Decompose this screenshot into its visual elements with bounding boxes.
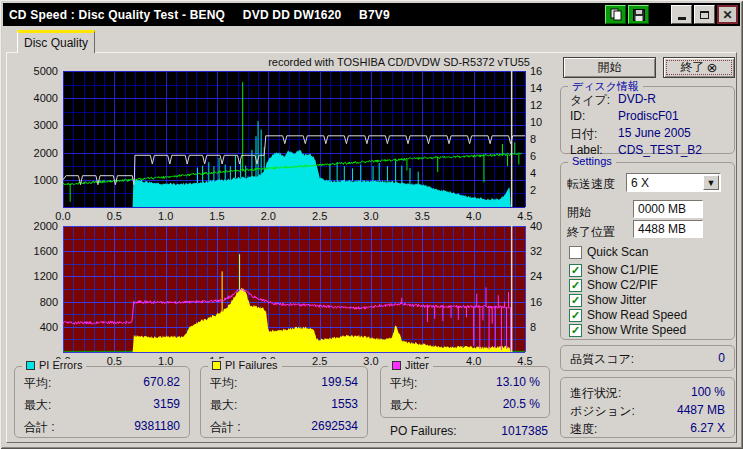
checkbox-show-jitter[interactable]: ✓Show Jitter [569, 293, 646, 307]
checkbox-box[interactable]: ✓ [569, 324, 582, 337]
checkbox-show-read-speed[interactable]: ✓Show Read Speed [569, 308, 687, 322]
checkbox-show-write-speed[interactable]: ✓Show Write Speed [569, 323, 686, 337]
start-position-input[interactable]: 0000 MB [633, 200, 703, 218]
stat-value: 199.54 [321, 375, 358, 389]
speed-label: 転送速度 [567, 176, 615, 193]
svg-text:3.0: 3.0 [363, 210, 378, 222]
svg-text:2000: 2000 [34, 147, 58, 159]
svg-text:1.5: 1.5 [209, 210, 224, 222]
maximize-button[interactable] [694, 5, 715, 24]
svg-text:4: 4 [530, 167, 536, 179]
svg-text:400: 400 [40, 321, 58, 333]
start-position-label: 開始 [567, 204, 591, 221]
pi-failures-swatch [212, 361, 221, 370]
quality-charts: 0.00.51.01.52.02.53.03.54.04.51000200030… [8, 55, 553, 370]
disc-date-value: 15 June 2005 [618, 126, 691, 140]
quality-score-value: 0 [718, 351, 725, 365]
chart-note: recorded with TOSHIBA CD/DVDW SD-R5372 v… [180, 56, 530, 68]
quality-score-label: 品質スコア: [570, 351, 634, 368]
svg-text:12: 12 [530, 99, 542, 111]
svg-text:4000: 4000 [34, 92, 58, 104]
tab-disc-quality[interactable]: Disc Quality [17, 30, 95, 53]
svg-text:8: 8 [530, 321, 536, 333]
close-icon: ✕ [722, 9, 732, 21]
po-failures-value: 1017385 [501, 424, 548, 438]
speed-select[interactable]: 6 X ▼ [626, 173, 721, 192]
stat-label: 平均: [210, 375, 237, 392]
copy-icon [610, 8, 622, 21]
stat-label: 合計 : [210, 419, 241, 436]
position-value: 4487 MB [677, 403, 725, 417]
svg-text:16: 16 [530, 296, 542, 308]
svg-text:24: 24 [530, 270, 542, 282]
stat-value: 13.10 % [496, 375, 540, 389]
groupbox-quality-score: 品質スコア:0 [560, 345, 735, 371]
svg-text:32: 32 [530, 245, 542, 257]
po-failures-label: PO Failures: [390, 424, 457, 438]
jitter-swatch [392, 361, 401, 370]
svg-text:5000: 5000 [34, 65, 58, 77]
svg-text:0.5: 0.5 [107, 210, 122, 222]
svg-text:16: 16 [530, 65, 542, 77]
groupbox-pi-errors: PI Errors 平均:670.82 最大:3159 合計 :9381180 [14, 366, 190, 438]
svg-text:14: 14 [530, 82, 542, 94]
window-title: CD Speed : Disc Quality Test - BENQ DVD … [3, 8, 390, 22]
stat-value: 3159 [153, 397, 180, 411]
groupbox-pi-failures: PI Failures 平均:199.54 最大:1553 合計 :269253… [200, 366, 368, 438]
disc-id-value: ProdiscF01 [618, 109, 679, 123]
speed-value: 6.27 X [690, 421, 725, 435]
minimize-icon [678, 17, 686, 20]
stat-label: 最大: [210, 397, 237, 414]
svg-text:10: 10 [530, 116, 542, 128]
svg-text:2000: 2000 [34, 220, 58, 232]
exit-button[interactable]: 終了⊗ [663, 57, 735, 78]
stat-value: 670.82 [143, 375, 180, 389]
app-window: CD Speed : Disc Quality Test - BENQ DVD … [0, 0, 743, 449]
save-button[interactable] [628, 5, 649, 24]
svg-text:1200: 1200 [34, 270, 58, 282]
checkbox-box[interactable]: ✓ [569, 294, 582, 307]
svg-text:40: 40 [530, 220, 542, 232]
checkbox-box[interactable] [569, 246, 582, 259]
copy-button[interactable] [605, 5, 626, 24]
minimize-button[interactable] [671, 5, 692, 24]
checkbox-box[interactable]: ✓ [569, 279, 582, 292]
checkbox-show-c1-pie[interactable]: ✓Show C1/PIE [569, 263, 658, 277]
stat-value: 1553 [331, 397, 358, 411]
stat-label: 平均: [24, 375, 51, 392]
svg-text:3.0: 3.0 [363, 355, 378, 367]
stat-label: 最大: [24, 397, 51, 414]
progress-value: 100 % [691, 385, 725, 399]
checkbox-show-c2-pif[interactable]: ✓Show C2/PIF [569, 278, 658, 292]
stat-value: 2692534 [311, 419, 358, 433]
svg-text:4.0: 4.0 [466, 210, 481, 222]
svg-text:3.5: 3.5 [415, 210, 430, 222]
checkbox-quick-scan[interactable]: Quick Scan [569, 245, 648, 259]
maximize-icon [700, 11, 709, 19]
chevron-down-icon[interactable]: ▼ [703, 175, 719, 190]
po-failures-row: PO Failures: 1017385 [390, 424, 548, 440]
svg-text:2: 2 [530, 184, 536, 196]
svg-text:1600: 1600 [34, 245, 58, 257]
save-icon [633, 9, 645, 21]
checkbox-box[interactable]: ✓ [569, 264, 582, 277]
groupbox-settings: Settings 転送速度 6 X ▼ 開始 0000 MB 終了位置 4488… [560, 162, 735, 340]
start-button[interactable]: 開始 [563, 57, 656, 78]
stat-label: 平均: [390, 375, 417, 392]
svg-text:6: 6 [530, 150, 536, 162]
titlebar-buttons: ✕ [603, 5, 738, 24]
end-position-input[interactable]: 4488 MB [633, 220, 703, 238]
svg-text:1000: 1000 [34, 174, 58, 186]
close-button[interactable]: ✕ [717, 5, 738, 24]
exit-icon: ⊗ [707, 60, 718, 75]
end-position-label: 終了位置 [567, 224, 615, 241]
titlebar: CD Speed : Disc Quality Test - BENQ DVD … [3, 3, 740, 26]
groupbox-jitter: Jitter 平均:13.10 % 最大:20.5 % [380, 366, 550, 418]
stat-value: 20.5 % [503, 397, 540, 411]
checkbox-box[interactable]: ✓ [569, 309, 582, 322]
stat-value: 9381180 [134, 419, 180, 433]
pi-errors-swatch [26, 361, 35, 370]
svg-text:8: 8 [530, 133, 536, 145]
disc-label-value: CDS_TEST_B2 [618, 143, 702, 157]
svg-text:2.0: 2.0 [261, 210, 276, 222]
